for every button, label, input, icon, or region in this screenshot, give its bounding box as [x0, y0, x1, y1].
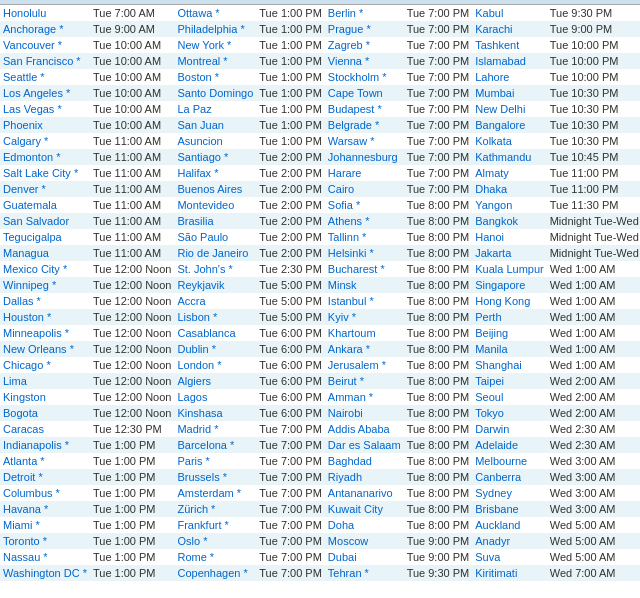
city-cell[interactable]: Lahore — [472, 69, 547, 85]
city-link[interactable]: Barcelona * — [177, 439, 234, 451]
city-link[interactable]: Phoenix — [3, 119, 43, 131]
city-link[interactable]: Indianapolis * — [3, 439, 69, 451]
city-cell[interactable]: Calgary * — [0, 133, 90, 149]
city-cell[interactable]: Detroit * — [0, 469, 90, 485]
city-link[interactable]: Istanbul * — [328, 295, 374, 307]
city-cell[interactable]: St. John's * — [174, 261, 256, 277]
city-link[interactable]: Bogota — [3, 407, 38, 419]
city-link[interactable]: Moscow — [328, 535, 368, 547]
city-link[interactable]: Kathmandu — [475, 151, 531, 163]
city-cell[interactable]: Singapore — [472, 277, 547, 293]
city-cell[interactable]: Honolulu — [0, 5, 90, 22]
city-cell[interactable]: Hanoi — [472, 229, 547, 245]
city-link[interactable]: Mexico City * — [3, 263, 67, 275]
city-link[interactable]: Rome * — [177, 551, 214, 563]
city-cell[interactable]: Indianapolis * — [0, 437, 90, 453]
city-link[interactable]: Lisbon * — [177, 311, 217, 323]
city-cell[interactable]: Anchorage * — [0, 21, 90, 37]
city-cell[interactable]: Dublin * — [174, 341, 256, 357]
city-cell[interactable]: Amman * — [325, 389, 404, 405]
city-link[interactable]: Lagos — [177, 391, 207, 403]
city-cell[interactable]: Melbourne — [472, 453, 547, 469]
city-link[interactable]: Philadelphia * — [177, 23, 244, 35]
city-cell[interactable]: Islamabad — [472, 53, 547, 69]
city-cell[interactable]: Baghdad — [325, 453, 404, 469]
city-cell[interactable]: Lima — [0, 373, 90, 389]
city-link[interactable]: Paris * — [177, 455, 209, 467]
city-cell[interactable]: Algiers — [174, 373, 256, 389]
city-cell[interactable]: Los Angeles * — [0, 85, 90, 101]
city-cell[interactable]: Phoenix — [0, 117, 90, 133]
city-link[interactable]: Hanoi — [475, 231, 504, 243]
city-link[interactable]: Las Vegas * — [3, 103, 62, 115]
city-link[interactable]: Budapest * — [328, 103, 382, 115]
city-link[interactable]: Manila — [475, 343, 507, 355]
city-link[interactable]: Kyiv * — [328, 311, 356, 323]
city-cell[interactable]: Suva — [472, 549, 547, 565]
city-link[interactable]: Los Angeles * — [3, 87, 70, 99]
city-link[interactable]: St. John's * — [177, 263, 232, 275]
city-cell[interactable]: Lisbon * — [174, 309, 256, 325]
city-cell[interactable]: Frankfurt * — [174, 517, 256, 533]
city-cell[interactable]: San Francisco * — [0, 53, 90, 69]
city-cell[interactable]: Bucharest * — [325, 261, 404, 277]
city-cell[interactable]: New York * — [174, 37, 256, 53]
city-link[interactable]: Ottawa * — [177, 7, 219, 19]
city-cell[interactable]: Tokyo — [472, 405, 547, 421]
city-link[interactable]: Kuwait City — [328, 503, 383, 515]
city-cell[interactable]: Salt Lake City * — [0, 165, 90, 181]
city-cell[interactable]: São Paulo — [174, 229, 256, 245]
city-cell[interactable]: Zagreb * — [325, 37, 404, 53]
city-cell[interactable]: Madrid * — [174, 421, 256, 437]
city-link[interactable]: Lima — [3, 375, 27, 387]
city-cell[interactable]: Denver * — [0, 181, 90, 197]
city-link[interactable]: Asuncion — [177, 135, 222, 147]
city-link[interactable]: Managua — [3, 247, 49, 259]
city-cell[interactable]: Bogota — [0, 405, 90, 421]
city-cell[interactable]: Beirut * — [325, 373, 404, 389]
city-link[interactable]: Zagreb * — [328, 39, 370, 51]
city-link[interactable]: Suva — [475, 551, 500, 563]
city-link[interactable]: Accra — [177, 295, 205, 307]
city-cell[interactable]: Karachi — [472, 21, 547, 37]
city-link[interactable]: Yangon — [475, 199, 512, 211]
city-cell[interactable]: Sofia * — [325, 197, 404, 213]
city-link[interactable]: Salt Lake City * — [3, 167, 78, 179]
city-cell[interactable]: Barcelona * — [174, 437, 256, 453]
city-cell[interactable]: Amsterdam * — [174, 485, 256, 501]
city-cell[interactable]: Philadelphia * — [174, 21, 256, 37]
city-link[interactable]: Singapore — [475, 279, 525, 291]
city-cell[interactable]: Kyiv * — [325, 309, 404, 325]
city-link[interactable]: Cairo — [328, 183, 354, 195]
city-link[interactable]: Vancouver * — [3, 39, 62, 51]
city-cell[interactable]: Kinshasa — [174, 405, 256, 421]
city-cell[interactable]: Antananarivo — [325, 485, 404, 501]
city-cell[interactable]: Caracas — [0, 421, 90, 437]
city-link[interactable]: Calgary * — [3, 135, 48, 147]
city-cell[interactable]: Bangalore — [472, 117, 547, 133]
city-link[interactable]: Kingston — [3, 391, 46, 403]
city-link[interactable]: Denver * — [3, 183, 46, 195]
city-cell[interactable]: Guatemala — [0, 197, 90, 213]
city-cell[interactable]: Canberra — [472, 469, 547, 485]
city-link[interactable]: Dhaka — [475, 183, 507, 195]
city-link[interactable]: Harare — [328, 167, 362, 179]
city-link[interactable]: Shanghai — [475, 359, 522, 371]
city-link[interactable]: Kuala Lumpur — [475, 263, 544, 275]
city-link[interactable]: Bangalore — [475, 119, 525, 131]
city-link[interactable]: Hong Kong — [475, 295, 530, 307]
city-link[interactable]: Atlanta * — [3, 455, 45, 467]
city-cell[interactable]: Copenhagen * — [174, 565, 256, 581]
city-link[interactable]: Winnipeg * — [3, 279, 56, 291]
city-cell[interactable]: Casablanca — [174, 325, 256, 341]
city-cell[interactable]: Rio de Janeiro — [174, 245, 256, 261]
city-link[interactable]: Montreal * — [177, 55, 227, 67]
city-link[interactable]: San Salvador — [3, 215, 69, 227]
city-link[interactable]: Stockholm * — [328, 71, 387, 83]
city-cell[interactable]: Dhaka — [472, 181, 547, 197]
city-link[interactable]: Tallinn * — [328, 231, 367, 243]
city-link[interactable]: Nairobi — [328, 407, 363, 419]
city-link[interactable]: Oslo * — [177, 535, 207, 547]
city-cell[interactable]: Rome * — [174, 549, 256, 565]
city-link[interactable]: Amsterdam * — [177, 487, 241, 499]
